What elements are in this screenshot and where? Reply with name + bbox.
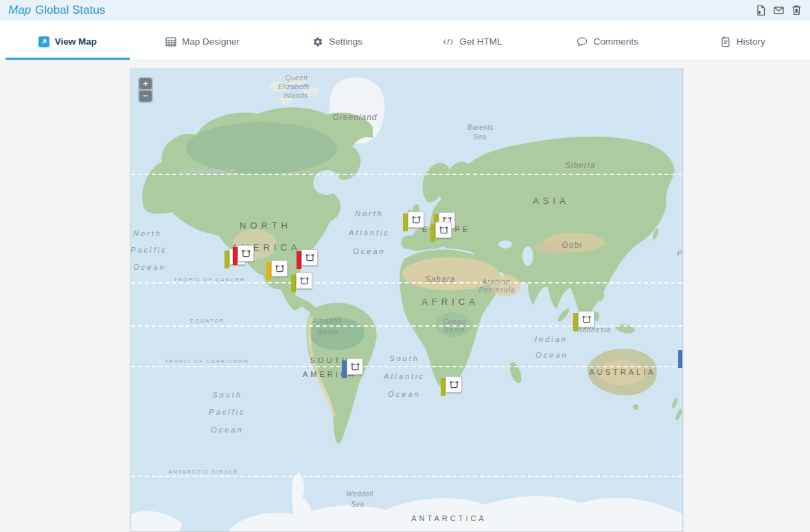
tab-label: View Map [55,36,97,47]
history-icon [720,36,731,47]
marker-status-bar [430,224,435,242]
marker-status-bar [441,378,445,396]
marker-status-bar [291,275,296,292]
map-marker[interactable] [403,211,424,232]
marker-status-bar [297,251,301,269]
tab-settings[interactable]: Settings [270,21,405,60]
header-actions [756,5,802,16]
trash-icon[interactable] [791,5,802,16]
marker-tile [347,358,363,375]
marker-status-bar [224,251,229,268]
settings-gear-icon [312,36,323,47]
tab-map-designer[interactable]: Map Designer [135,21,270,60]
view-map-icon [38,36,49,47]
marker-tile [445,376,462,393]
page-title-text: Global Status [35,3,105,16]
map-marker[interactable] [342,358,363,379]
marker-tile [271,260,288,277]
marker-status-bar [342,360,347,378]
comment-bubble-icon [577,36,588,47]
envelope-icon[interactable] [774,5,784,16]
tab-get-html[interactable]: Get HTML [405,21,540,60]
zoom-out-button[interactable]: − [139,91,152,102]
tab-label: Map Designer [182,36,240,47]
tab-label: Comments [593,36,638,47]
map-markers [131,69,682,531]
map-panel[interactable]: QueenElizabethIslandsGreenlandBarentsSea… [130,69,683,532]
map-zoom-control: + − [138,77,153,103]
map-marker[interactable] [297,249,318,270]
map-designer-icon [165,36,176,47]
marker-status-bar [573,313,578,331]
map-marker[interactable] [266,260,288,281]
map-marker[interactable] [233,245,254,266]
tab-label: History [737,36,765,47]
marker-status-bar [266,262,271,280]
marker-status-bar [678,350,683,368]
marker-tile [296,273,312,289]
marker-status-bar [233,247,238,265]
page-title-prefix: Map [8,3,31,16]
tab-label: Settings [329,36,362,47]
map-marker[interactable] [430,222,452,242]
zoom-in-button[interactable]: + [139,78,152,89]
map-marker[interactable] [678,348,683,369]
marker-status-bar [403,213,408,231]
tab-view-map[interactable]: View Map [0,21,135,60]
map-marker[interactable] [441,376,462,397]
marker-tile [301,249,318,266]
app-header: MapGlobal Status [0,0,810,21]
marker-tile [578,311,594,327]
marker-tile [408,211,424,228]
tab-comments[interactable]: Comments [540,21,675,60]
tab-history[interactable]: History [675,21,810,60]
tab-label: Get HTML [459,36,502,47]
tab-bar: View MapMap DesignerSettingsGet HTMLComm… [0,21,810,60]
code-icon [443,36,454,47]
marker-tile [435,222,452,238]
page-title: MapGlobal Status [8,3,105,17]
marker-tile [238,245,254,262]
file-plus-icon[interactable] [756,5,766,16]
map-marker[interactable] [291,273,312,293]
map-marker[interactable] [573,311,594,332]
